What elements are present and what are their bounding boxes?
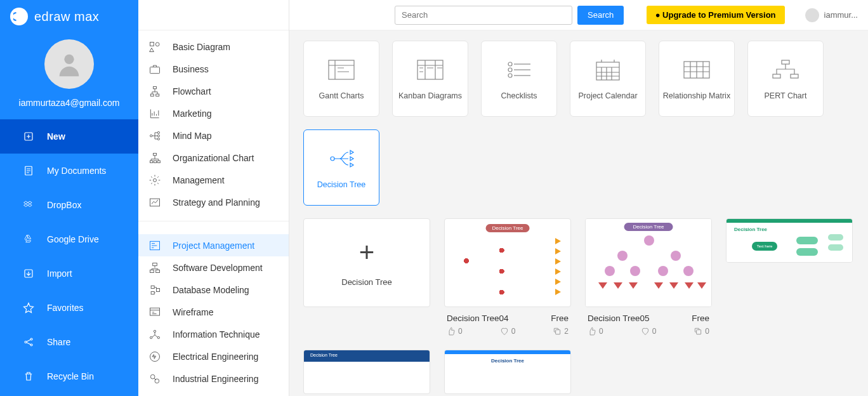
cat-project-mgmt[interactable]: Project Management [138, 234, 289, 256]
svg-rect-28 [151, 291, 154, 294]
svg-point-16 [157, 138, 159, 140]
cat-label: Mind Map [173, 131, 211, 141]
svg-point-34 [150, 352, 160, 361]
template-card: Decision Tree Decision Tree05Free 0 0 0 [585, 218, 712, 336]
favs-stat[interactable]: 0 [500, 327, 516, 336]
cat-info-tech[interactable]: Information Technique [138, 323, 289, 345]
sidebar-item-share[interactable]: Share [0, 325, 138, 359]
cat-strategy[interactable]: Strategy and Planning [138, 191, 289, 213]
cat-management[interactable]: Management [138, 169, 289, 191]
tile-label: Checklists [501, 91, 537, 100]
cat-mindmap[interactable]: Mind Map [138, 124, 289, 147]
svg-rect-25 [150, 270, 154, 272]
sidebar-label: My Documents [47, 166, 106, 176]
likes-stat[interactable]: 0 [588, 327, 603, 336]
logo-badge-icon [10, 8, 28, 25]
chart-icon [148, 107, 161, 120]
flowchart-icon [148, 85, 161, 98]
svg-point-8 [155, 42, 159, 46]
copy-icon [553, 327, 562, 336]
avatar[interactable] [44, 39, 94, 89]
svg-point-0 [64, 55, 74, 64]
cat-basic-diagram[interactable]: Basic Diagram [138, 36, 289, 58]
cat-orgchart[interactable]: Organizational Chart [138, 147, 289, 169]
search-button[interactable]: Search [577, 6, 624, 25]
cat-software-dev[interactable]: Software Development [138, 256, 289, 279]
template-thumb[interactable]: Decision Tree [303, 350, 430, 394]
cat-industrial[interactable]: Industrial Engineering [138, 367, 289, 390]
svg-point-5 [30, 338, 32, 340]
tile-calendar[interactable]: Project Calendar [570, 41, 646, 117]
favs-stat[interactable]: 0 [641, 327, 657, 336]
likes-stat[interactable]: 0 [447, 327, 463, 336]
tile-label: Project Calendar [578, 91, 637, 100]
template-card-partial: Decision Tree Text here [726, 218, 853, 336]
tile-matrix[interactable]: Relationship Matrix [659, 41, 735, 117]
search-wrap: Search [395, 6, 624, 25]
cat-business[interactable]: Business [138, 58, 289, 80]
industrial-icon [148, 373, 161, 385]
cat-marketing[interactable]: Marketing [138, 102, 289, 124]
cat-label: Software Development [173, 263, 263, 273]
cat-electrical[interactable]: Electrical Engineering [138, 345, 289, 367]
thumb-title: Decision Tree [310, 353, 338, 357]
copies-stat[interactable]: 0 [694, 327, 709, 336]
svg-rect-26 [156, 270, 160, 272]
category-column: Basic Diagram Business Flowchart Marketi… [138, 0, 289, 396]
svg-point-32 [150, 336, 152, 338]
upgrade-button[interactable]: ● Upgrade to Premium Version [647, 6, 785, 24]
template-type-row-1: Gantt Charts Kanban Diagrams Checklists … [303, 41, 854, 117]
heart-icon [500, 327, 509, 336]
user-mini-avatar-icon [805, 8, 819, 22]
category-divider [138, 221, 289, 221]
cat-wireframe[interactable]: Wireframe [138, 301, 289, 323]
sidebar-label: Recycle Bin [47, 371, 94, 381]
sidebar-item-favorites[interactable]: Favorites [0, 291, 138, 325]
user-pill[interactable]: iammur... [805, 8, 858, 22]
tile-checklists[interactable]: Checklists [481, 41, 557, 117]
thumbs-up-icon [447, 327, 456, 336]
cat-label: Industrial Engineering [173, 374, 258, 384]
kanban-icon [416, 57, 444, 82]
tile-gantt-charts[interactable]: Gantt Charts [303, 41, 379, 117]
svg-rect-27 [151, 286, 154, 288]
template-thumb[interactable]: Decision Tree [585, 218, 712, 307]
decision-tree-icon [326, 146, 357, 171]
template-thumb[interactable]: Decision Tree [444, 350, 571, 394]
sidebar-item-new[interactable]: New [0, 119, 138, 154]
gdrive-icon [23, 234, 34, 245]
svg-rect-10 [154, 86, 157, 88]
matrix-icon [683, 57, 711, 82]
template-name: Decision Tree05 [588, 314, 650, 323]
content: Gantt Charts Kanban Diagrams Checklists … [289, 30, 868, 396]
sidebar-label: Share [47, 337, 70, 347]
cat-flowchart[interactable]: Flowchart [138, 80, 289, 102]
svg-rect-20 [157, 161, 160, 162]
template-thumb[interactable]: Decision Tree Text here [726, 218, 853, 263]
cat-database[interactable]: Database Modeling [138, 279, 289, 301]
app-logo[interactable]: edraw max [0, 0, 138, 33]
svg-point-35 [150, 374, 155, 379]
tile-pert[interactable]: PERT Chart [747, 41, 824, 117]
cat-label: Basic Diagram [173, 42, 230, 52]
gantt-icon [327, 57, 355, 82]
tile-decision-tree[interactable]: Decision Tree [303, 129, 379, 206]
search-input[interactable] [395, 6, 572, 25]
topbar: Search ● Upgrade to Premium Version iamm… [289, 0, 868, 30]
sidebar-item-documents[interactable]: My Documents [0, 154, 138, 188]
profile-block: iammurtaza4@gmail.com [0, 33, 138, 119]
copies-stat[interactable]: 2 [553, 327, 569, 336]
main-area: Search ● Upgrade to Premium Version iamm… [289, 0, 868, 396]
sidebar-item-import[interactable]: Import [0, 256, 138, 291]
brand-text: edraw max [34, 10, 99, 24]
sidebar-item-gdrive[interactable]: Google Drive [0, 222, 138, 256]
template-thumb[interactable]: Decision Tree [444, 218, 571, 307]
strategy-icon [148, 196, 161, 209]
trash-icon [23, 371, 34, 382]
sidebar-item-dropbox[interactable]: DropBox [0, 188, 138, 222]
cat-label: Marketing [173, 109, 211, 119]
template-card-new[interactable]: + Decision Tree [303, 218, 430, 336]
network-icon [148, 328, 161, 341]
sidebar-item-recycle[interactable]: Recycle Bin [0, 359, 138, 393]
tile-kanban[interactable]: Kanban Diagrams [392, 41, 468, 117]
